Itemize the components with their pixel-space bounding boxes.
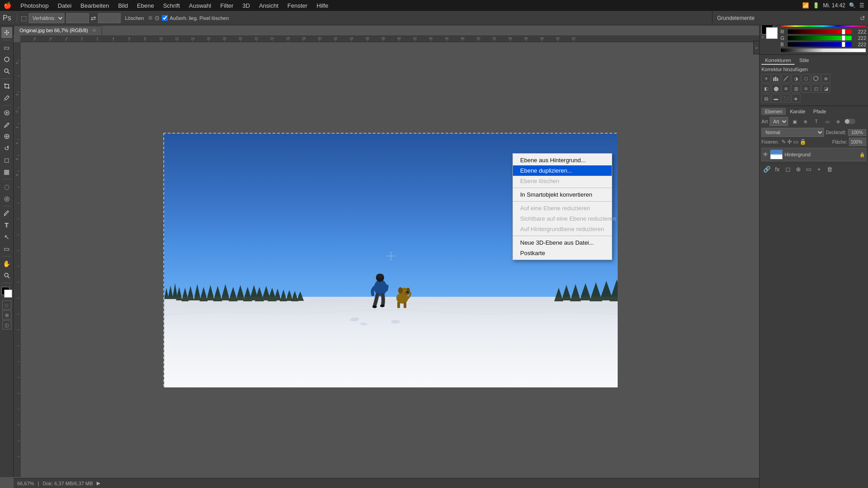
tool-zoom[interactable] (1, 270, 12, 281)
settings-icon[interactable]: ⚙ (154, 14, 160, 22)
opacity-input[interactable] (848, 129, 866, 136)
tool-lasso[interactable] (1, 54, 12, 65)
menu-3d[interactable]: 3D (239, 1, 254, 10)
menu-bearbeiten[interactable]: Bearbeiten (77, 1, 113, 10)
ctx-postkarte[interactable]: Postkarte (513, 248, 612, 258)
context-menu[interactable]: Ebene aus Hintergrund... Ebene duplizier… (512, 153, 612, 260)
r-slider[interactable] (788, 29, 852, 34)
menu-hilfe[interactable]: Hilfe (313, 1, 332, 10)
b-slider[interactable] (788, 42, 852, 47)
tool-gradient[interactable]: ▦ (1, 166, 12, 177)
pixel-delete-checkbox[interactable] (162, 15, 168, 21)
tab-ebenen[interactable]: Ebenen (761, 108, 786, 115)
lock-pixels-icon[interactable]: ✎ (781, 139, 786, 145)
menu-photoshop[interactable]: Photoshop (17, 1, 52, 10)
tool-hand[interactable]: ✋ (1, 258, 12, 269)
shape-filter-icon[interactable]: ▭ (823, 117, 832, 126)
selective-color-icon[interactable]: ▤ (761, 94, 770, 103)
channel-mixer-icon[interactable]: ⊗ (781, 84, 790, 93)
layer-adjustment-icon[interactable]: ⊕ (794, 165, 803, 173)
tool-shape[interactable]: ▭ (1, 243, 12, 254)
apple-icon[interactable]: 🍎 (4, 2, 11, 9)
menu-filter[interactable]: Filter (217, 1, 237, 10)
menu-ansicht[interactable]: Ansicht (255, 1, 282, 10)
proportion-select[interactable]: Verhältnis (29, 13, 64, 23)
delete-layer-icon[interactable]: 🗑 (825, 165, 834, 173)
tab-stile[interactable]: Stile (795, 57, 812, 65)
tab-korrekturen[interactable]: Korrekturen (761, 57, 795, 65)
ctx-in-smartobjekt[interactable]: In Smartobjekt konvertieren (513, 189, 612, 200)
vibrance-icon[interactable]: ⬡ (801, 74, 810, 83)
tool-move[interactable]: ✣ (1, 27, 12, 38)
height-input[interactable] (98, 13, 121, 23)
ctx-ebene-loeschen[interactable]: Ebene löschen (513, 176, 612, 186)
grid-icon[interactable]: ⊞ (148, 15, 152, 21)
tool-eraser[interactable]: ◻ (1, 155, 12, 165)
menu-datei[interactable]: Datei (54, 1, 75, 10)
ctx-ebene-duplizieren[interactable]: Ebene duplizieren... (513, 165, 612, 176)
tool-dodge[interactable]: ◎ (1, 193, 12, 204)
exposure-icon[interactable]: ◑ (791, 74, 800, 83)
reset-colors-icon[interactable]: ⊞ (761, 35, 764, 39)
color-lookup-icon[interactable]: ▥ (791, 84, 800, 93)
tool-mode2[interactable]: ⊞ (2, 310, 11, 319)
posterize-icon[interactable]: ◰ (811, 84, 820, 93)
tool-mode1[interactable]: □ (2, 300, 11, 309)
document-tab[interactable]: Original.jpg bei 66,7% (RGB/8) ✕ (14, 26, 102, 35)
layer-group-icon[interactable]: ▭ (804, 165, 813, 173)
bw-icon[interactable]: ◧ (761, 84, 770, 93)
tool-clone[interactable] (1, 131, 12, 142)
tool-brush[interactable] (1, 119, 12, 130)
adjust-filter-icon[interactable]: ⊕ (801, 117, 810, 126)
filter-toggle[interactable] (844, 119, 855, 124)
canvas-image-area[interactable] (20, 42, 759, 477)
tool-history[interactable]: ↺ (1, 143, 12, 154)
new-layer-icon[interactable]: + (814, 165, 824, 173)
type-filter-icon[interactable]: T (812, 117, 821, 126)
curves-icon[interactable] (781, 74, 790, 83)
tab-close-icon[interactable]: ✕ (92, 28, 96, 33)
undo-icon[interactable]: ↺ (860, 14, 865, 22)
pixel-delete-checkbox-label[interactable]: Außerh. lieg. Pixel löschen (162, 15, 229, 21)
threshold-icon[interactable]: ◪ (821, 84, 830, 93)
menu-ebene[interactable]: Ebene (133, 1, 158, 10)
search-icon[interactable]: 🔍 (849, 2, 856, 9)
photo-filter-icon[interactable]: ⬤ (771, 84, 780, 93)
tool-quick-select[interactable] (1, 66, 12, 77)
notification-icon[interactable]: ☰ (859, 2, 864, 9)
bg-swatch[interactable] (766, 27, 778, 39)
background-color-swatch[interactable] (4, 290, 12, 298)
g-slider[interactable] (788, 36, 852, 40)
blend-mode-select[interactable]: Normal (761, 128, 824, 137)
tool-path-selection[interactable]: ↖ (1, 232, 12, 242)
b-handle[interactable] (842, 42, 845, 47)
tool-pen[interactable] (1, 208, 12, 219)
menu-auswahl[interactable]: Auswahl (185, 1, 215, 10)
layer-fx-icon[interactable]: fx (773, 165, 782, 173)
grayscale-bar[interactable] (780, 48, 866, 53)
hsl-icon[interactable] (811, 74, 820, 83)
menu-schrift[interactable]: Schrift (160, 1, 184, 10)
tool-mode3[interactable]: ◫ (2, 320, 11, 329)
width-input[interactable] (66, 13, 89, 23)
layer-link-icon[interactable]: 🔗 (762, 165, 771, 173)
tool-healing[interactable] (1, 107, 12, 118)
levels-icon[interactable] (771, 74, 780, 83)
tool-eyedropper[interactable] (1, 92, 12, 103)
menu-fenster[interactable]: Fenster (284, 1, 311, 10)
swap-icon[interactable]: ⇄ (91, 14, 96, 22)
play-icon[interactable]: ▶ (97, 480, 100, 486)
lock-artboard-icon[interactable]: ▭ (793, 139, 798, 145)
smart-sharpen-icon[interactable]: ◈ (791, 94, 800, 103)
invert-icon[interactable]: ⊘ (801, 84, 810, 93)
tab-pfade[interactable]: Pfade (809, 108, 830, 115)
colorbalance-icon[interactable]: ⊕ (821, 74, 830, 83)
tool-blur[interactable]: ◌ (1, 181, 12, 192)
tool-selection-marquee[interactable]: ▭ (1, 42, 12, 53)
layer-item-hintergrund[interactable]: 👁 Hintergrund 🔒 (761, 148, 866, 161)
color-wells[interactable] (1, 287, 12, 298)
smart-filter-icon[interactable]: ⊗ (834, 117, 843, 126)
layer-visibility-icon[interactable]: 👁 (763, 151, 768, 158)
gradient-map-icon[interactable]: ▬ (771, 94, 780, 103)
ctx-ebene-aus-hintergrund[interactable]: Ebene aus Hintergrund... (513, 155, 612, 165)
